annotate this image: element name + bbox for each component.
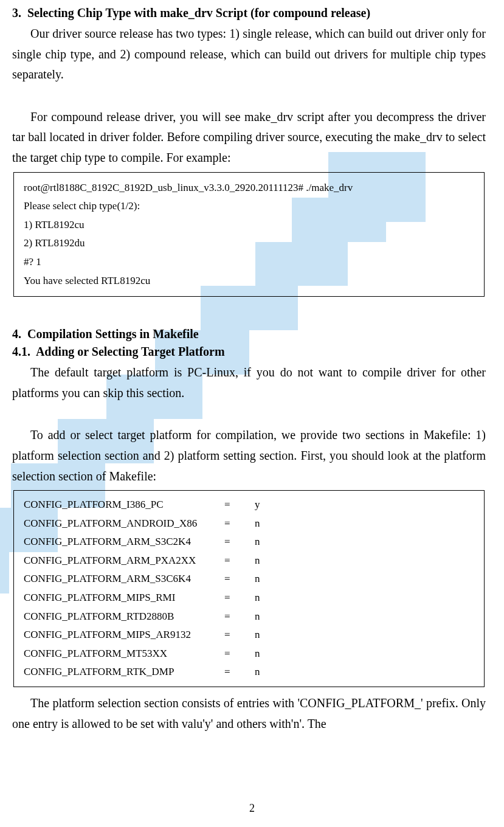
- config-row: CONFIG_PLATFORM_ARM_PXA2XX = n: [24, 552, 474, 570]
- terminal-line: root@rtl8188C_8192C_8192D_usb_linux_v3.3…: [24, 179, 474, 198]
- config-val: n: [255, 589, 474, 607]
- config-name: CONFIG_PLATFORM_MIPS_RMI: [24, 589, 224, 607]
- config-row: CONFIG_PLATFORM_ARM_S3C6K4 = n: [24, 570, 474, 589]
- config-eq: =: [224, 552, 255, 570]
- config-val: n: [255, 663, 474, 682]
- terminal-line: Please select chip type(1/2):: [24, 197, 474, 216]
- config-name: CONFIG_PLATFORM_ARM_S3C2K4: [24, 533, 224, 552]
- terminal-line: #? 1: [24, 253, 474, 272]
- section-3-para-2: For compound release driver, you will se…: [12, 107, 486, 168]
- config-val: n: [255, 607, 474, 626]
- config-row: CONFIG_PLATFORM_RTD2880B = n: [24, 607, 474, 626]
- section-4-1-para-2: To add or select target platform for com…: [12, 425, 486, 486]
- config-eq: =: [224, 514, 255, 533]
- section-title: Compilation Settings in Makefile: [27, 327, 199, 341]
- config-eq: =: [224, 533, 255, 552]
- terminal-line: 1) RTL8192cu: [24, 216, 474, 235]
- config-val: y: [255, 496, 474, 514]
- config-name: CONFIG_PLATFORM_MT53XX: [24, 645, 224, 663]
- section-4-heading: 4. Compilation Settings in Makefile: [12, 327, 486, 341]
- section-3-heading: 3. Selecting Chip Type with make_drv Scr…: [12, 6, 486, 20]
- makefile-config-box: CONFIG_PLATFORM_I386_PC = y CONFIG_PLATF…: [13, 490, 485, 687]
- page-number: 2: [0, 802, 504, 815]
- config-row: CONFIG_PLATFORM_MIPS_AR9132 = n: [24, 626, 474, 645]
- config-val: n: [255, 626, 474, 645]
- config-name: CONFIG_PLATFORM_I386_PC: [24, 496, 224, 514]
- config-name: CONFIG_PLATFORM_MIPS_AR9132: [24, 626, 224, 645]
- section-4-1-para-1: The default target platform is PC-Linux,…: [12, 362, 486, 403]
- config-val: n: [255, 533, 474, 552]
- config-name: CONFIG_PLATFORM_ANDROID_X86: [24, 514, 224, 533]
- closing-para: The platform selection section consists …: [12, 693, 486, 734]
- config-row: CONFIG_PLATFORM_I386_PC = y: [24, 496, 474, 514]
- terminal-output-box: root@rtl8188C_8192C_8192D_usb_linux_v3.3…: [13, 172, 485, 297]
- config-name: CONFIG_PLATFORM_RTD2880B: [24, 607, 224, 626]
- section-4-1-heading: 4.1. Adding or Selecting Target Platform: [12, 345, 486, 359]
- config-eq: =: [224, 663, 255, 682]
- config-row: CONFIG_PLATFORM_MT53XX = n: [24, 645, 474, 663]
- config-row: CONFIG_PLATFORM_RTK_DMP = n: [24, 663, 474, 682]
- subsection-title: Adding or Selecting Target Platform: [36, 345, 225, 358]
- config-val: n: [255, 570, 474, 589]
- subsection-number: 4.1.: [12, 345, 30, 358]
- terminal-line: 2) RTL8192du: [24, 234, 474, 253]
- config-eq: =: [224, 496, 255, 514]
- config-name: CONFIG_PLATFORM_ARM_PXA2XX: [24, 552, 224, 570]
- config-name: CONFIG_PLATFORM_RTK_DMP: [24, 663, 224, 682]
- config-row: CONFIG_PLATFORM_ANDROID_X86 = n: [24, 514, 474, 533]
- config-eq: =: [224, 570, 255, 589]
- section-number: 4.: [12, 327, 21, 341]
- config-eq: =: [224, 607, 255, 626]
- config-name: CONFIG_PLATFORM_ARM_S3C6K4: [24, 570, 224, 589]
- config-row: CONFIG_PLATFORM_MIPS_RMI = n: [24, 589, 474, 607]
- terminal-line: You have selected RTL8192cu: [24, 272, 474, 291]
- section-title: Selecting Chip Type with make_drv Script…: [27, 6, 370, 19]
- config-val: n: [255, 514, 474, 533]
- section-3-para-1: Our driver source release has two types:…: [12, 24, 486, 85]
- config-val: n: [255, 552, 474, 570]
- config-eq: =: [224, 589, 255, 607]
- section-number: 3.: [12, 6, 21, 19]
- config-eq: =: [224, 645, 255, 663]
- config-eq: =: [224, 626, 255, 645]
- config-val: n: [255, 645, 474, 663]
- config-row: CONFIG_PLATFORM_ARM_S3C2K4 = n: [24, 533, 474, 552]
